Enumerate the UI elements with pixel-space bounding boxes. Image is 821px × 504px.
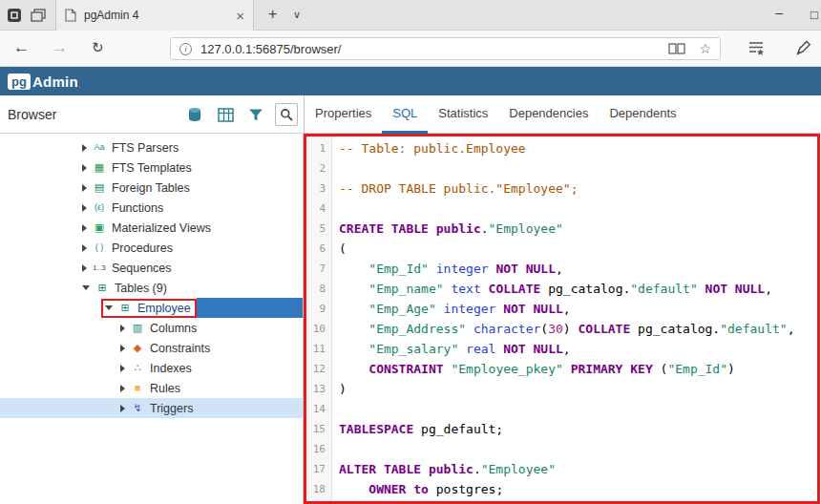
triggers-icon: ↯ bbox=[130, 403, 145, 413]
sql-code[interactable]: -- Table: public.Employee-- DROP TABLE p… bbox=[332, 136, 817, 501]
url-text[interactable]: 127.0.0.1:56875/browser/ bbox=[200, 42, 668, 56]
chevron-right-icon[interactable] bbox=[82, 164, 87, 172]
grid-view-icon[interactable] bbox=[214, 103, 237, 126]
tree-item-columns[interactable]: ▥Columns bbox=[0, 318, 303, 338]
foreign-tables-icon: ▤ bbox=[92, 182, 107, 193]
tree-item-employee[interactable]: ⊞Employee bbox=[0, 298, 303, 318]
site-info-icon[interactable]: i bbox=[179, 43, 192, 55]
code-line: ) bbox=[339, 379, 817, 399]
tables-icon: ⊞ bbox=[95, 283, 110, 293]
tree-item-triggers[interactable]: ↯Triggers bbox=[0, 398, 303, 418]
browser-tab[interactable]: pgAdmin 4 × bbox=[55, 0, 254, 31]
functions-icon: (ε) bbox=[92, 203, 107, 212]
chevron-right-icon[interactable] bbox=[120, 365, 125, 372]
line-number: 1 bbox=[306, 138, 331, 158]
windows-icon[interactable] bbox=[31, 9, 46, 22]
chevron-right-icon[interactable] bbox=[120, 345, 125, 352]
tree-item-constraints[interactable]: ◆Constraints bbox=[0, 338, 303, 358]
tree-item-foreign-tables[interactable]: ▤Foreign Tables bbox=[0, 178, 303, 198]
line-number: 9 bbox=[306, 299, 331, 319]
code-line bbox=[339, 158, 817, 178]
tree-item-procedures[interactable]: ( )Procedures bbox=[0, 238, 303, 258]
chevron-right-icon[interactable] bbox=[82, 144, 87, 152]
fts-parsers-icon: Aa bbox=[92, 143, 107, 152]
code-line: CREATE TABLE public."Employee" bbox=[339, 219, 817, 239]
address-bar[interactable]: i 127.0.0.1:56875/browser/ ☆ bbox=[170, 37, 721, 60]
line-number: 6 bbox=[306, 239, 331, 259]
line-number: 13 bbox=[306, 379, 331, 399]
tree-item-label: Triggers bbox=[150, 402, 193, 415]
line-number: 18 bbox=[306, 479, 331, 499]
chevron-down-icon[interactable] bbox=[82, 285, 90, 290]
hub-favorites-icon[interactable] bbox=[747, 40, 765, 60]
tree-item-label: Materialized Views bbox=[112, 221, 211, 235]
tree-item-indexes[interactable]: ∴Indexes bbox=[0, 358, 303, 378]
code-line: "Emp_Address" character(30) COLLATE pg_c… bbox=[339, 319, 817, 339]
tree-item-fts-templates[interactable]: ▦FTS Templates bbox=[0, 158, 303, 178]
line-number: 12 bbox=[306, 359, 331, 379]
tab-dependencies[interactable]: Dependencies bbox=[498, 95, 599, 134]
database-icon[interactable] bbox=[183, 103, 206, 126]
tree-item-label: Constraints bbox=[150, 342, 210, 355]
chevron-down-icon[interactable] bbox=[105, 305, 113, 310]
browser-toolbar-icons bbox=[183, 103, 298, 126]
chevron-right-icon[interactable] bbox=[120, 325, 125, 332]
code-line: -- DROP TABLE public."Employee"; bbox=[339, 178, 817, 199]
browser-panel-title: Browser bbox=[8, 107, 56, 122]
maximize-button[interactable]: □ bbox=[810, 8, 818, 22]
tree-item-tables-9[interactable]: ⊞Tables (9) bbox=[0, 278, 303, 298]
chevron-right-icon[interactable] bbox=[82, 244, 87, 252]
tab-statistics[interactable]: Statistics bbox=[428, 95, 498, 134]
tree-item-label: FTS Parsers bbox=[112, 141, 179, 155]
tree-item-fts-parsers[interactable]: AaFTS Parsers bbox=[0, 137, 303, 158]
chevron-right-icon[interactable] bbox=[120, 405, 125, 412]
tree-item-rules[interactable]: ■Rules bbox=[0, 378, 303, 398]
search-icon[interactable] bbox=[275, 103, 298, 126]
selection-highlight bbox=[197, 298, 303, 318]
chevron-right-icon[interactable] bbox=[82, 224, 87, 232]
tab-title: pgAdmin 4 bbox=[84, 9, 236, 22]
tab-sql[interactable]: SQL bbox=[382, 95, 428, 134]
tree-item-functions[interactable]: (ε)Functions bbox=[0, 198, 303, 218]
favorite-star-icon[interactable]: ☆ bbox=[699, 41, 711, 56]
tab-bar-left-icons bbox=[7, 8, 46, 23]
panel-header-row: Browser PropertiesSQLStatisticsDependenc… bbox=[0, 95, 821, 134]
fts-templates-icon: ▦ bbox=[92, 162, 107, 173]
tree-item-materialized-views[interactable]: ▣Materialized Views bbox=[0, 218, 303, 238]
reading-view-icon[interactable] bbox=[668, 42, 685, 55]
tree-item-sequences[interactable]: 1..3Sequences bbox=[0, 258, 303, 278]
tree-item-label: Sequences bbox=[112, 262, 172, 275]
tab-close-icon[interactable]: × bbox=[236, 9, 244, 23]
chevron-right-icon[interactable] bbox=[82, 264, 87, 272]
page-favicon-icon bbox=[65, 9, 76, 22]
minimize-button[interactable]: – bbox=[775, 5, 783, 20]
object-tree: AaFTS Parsers▦FTS Templates▤Foreign Tabl… bbox=[0, 134, 304, 504]
code-line: "Emp_Age" integer NOT NULL, bbox=[339, 299, 817, 319]
app-icon[interactable] bbox=[7, 8, 22, 23]
code-line: ALTER TABLE public."Employee" bbox=[339, 459, 817, 479]
line-number: 10 bbox=[306, 319, 331, 339]
line-number: 3 bbox=[306, 178, 331, 199]
filter-icon[interactable] bbox=[244, 103, 267, 126]
tree-item-label: Indexes bbox=[150, 362, 192, 375]
chevron-right-icon[interactable] bbox=[120, 385, 125, 392]
indexes-icon: ∴ bbox=[130, 363, 145, 373]
tree-item-label: Rules bbox=[150, 382, 180, 395]
chevron-right-icon[interactable] bbox=[82, 204, 87, 212]
new-tab-button[interactable]: + bbox=[268, 6, 277, 23]
forward-icon[interactable]: → bbox=[52, 38, 68, 57]
refresh-icon[interactable]: ↻ bbox=[92, 39, 104, 56]
tab-dropdown-icon[interactable]: ∨ bbox=[293, 9, 301, 21]
tree-item-label: Functions bbox=[112, 201, 163, 215]
web-note-pen-icon[interactable] bbox=[795, 40, 811, 60]
tab-properties[interactable]: Properties bbox=[305, 95, 382, 134]
tree-item-label: Foreign Tables bbox=[112, 181, 190, 195]
back-icon[interactable]: ← bbox=[13, 38, 30, 57]
chevron-right-icon[interactable] bbox=[82, 184, 87, 192]
panel-tabs: PropertiesSQLStatisticsDependenciesDepen… bbox=[304, 95, 687, 134]
columns-icon: ▥ bbox=[130, 323, 145, 333]
line-number: 17 bbox=[306, 459, 331, 479]
code-line bbox=[339, 439, 817, 459]
sql-panel: 123456789101112131415161718 -- Table: pu… bbox=[304, 134, 820, 504]
tab-dependents[interactable]: Dependents bbox=[599, 95, 686, 134]
